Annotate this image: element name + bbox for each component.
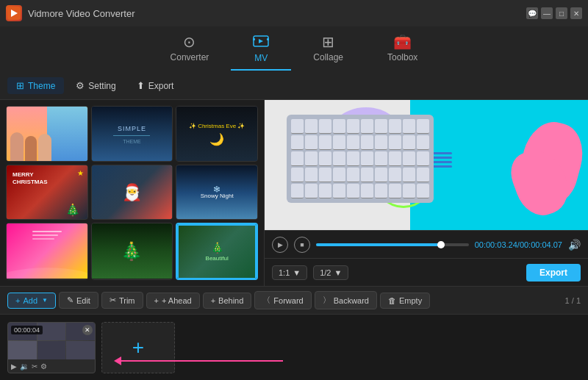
behind-label: Behind bbox=[218, 296, 243, 305]
clip-settings-button[interactable]: ⚙ bbox=[40, 362, 47, 370]
play-button[interactable]: ▶ bbox=[272, 237, 288, 253]
progress-bar[interactable] bbox=[316, 243, 469, 246]
sub-nav-theme[interactable]: ⊞ Theme bbox=[7, 77, 64, 94]
ahead-button[interactable]: + + Ahead bbox=[146, 293, 200, 309]
content-area: Happy SIMPLE THEME Simple bbox=[0, 100, 588, 286]
theme-happy[interactable]: Happy bbox=[6, 106, 88, 162]
theme-stripes-waves-label: Stripes & Waves bbox=[7, 279, 87, 280]
clip-close-button[interactable]: ✕ bbox=[82, 325, 93, 335]
chat-button[interactable]: 💬 bbox=[526, 7, 538, 19]
sub-nav-setting[interactable]: ⚙ Setting bbox=[67, 77, 124, 94]
main-container: ⊞ Theme ⚙ Setting ⬆ Export bbox=[0, 72, 588, 380]
behind-icon: + bbox=[211, 296, 215, 305]
pink-arrow-indicator bbox=[114, 356, 283, 365]
clip-frame-4 bbox=[8, 341, 37, 359]
maximize-button[interactable]: □ bbox=[556, 7, 567, 19]
clip-frame-6 bbox=[66, 341, 95, 359]
sub-nav-area: ⊞ Theme ⚙ Setting ⬆ Export bbox=[0, 72, 588, 100]
trim-label: Trim bbox=[119, 296, 135, 305]
title-bar-left: Vidmore Video Converter bbox=[6, 5, 135, 21]
collage-icon: ⊞ bbox=[322, 35, 334, 49]
title-bar: Vidmore Video Converter 💬 — □ ✕ bbox=[0, 0, 588, 26]
volume-button[interactable]: 🔊 bbox=[568, 239, 581, 251]
theme-grid: Happy SIMPLE THEME Simple bbox=[0, 100, 264, 286]
add-icon: + bbox=[15, 296, 20, 305]
ratio-1-1-select[interactable]: 1:1 ▼ bbox=[272, 265, 307, 280]
video-clip: ✕ 00:00:04 ▶ 🔉 ✂ ⚙ bbox=[7, 322, 96, 373]
preview-keyboard bbox=[287, 115, 434, 203]
clip-play-button[interactable]: ▶ bbox=[11, 362, 17, 370]
toolbox-icon: 🧰 bbox=[393, 35, 412, 49]
tab-collage[interactable]: ⊞ Collage bbox=[291, 29, 365, 70]
forward-button[interactable]: 〈 Forward bbox=[254, 291, 311, 309]
sub-nav-export[interactable]: ⬆ Export bbox=[128, 77, 183, 94]
title-text: Vidmore Video Converter bbox=[28, 8, 135, 19]
arrow-head bbox=[114, 356, 121, 365]
clip-frame-5 bbox=[37, 341, 66, 359]
theme-christmas-tree-label: Christmas Tree bbox=[92, 279, 173, 280]
forward-label: Forward bbox=[273, 296, 303, 305]
clip-time: 00:00:04 bbox=[11, 326, 43, 334]
nav-bar: ⊙ Converter MV ⊞ Collage 🧰 Toolbox bbox=[0, 26, 588, 72]
page-count: 1 / 1 bbox=[565, 296, 581, 305]
left-panel: Happy SIMPLE THEME Simple bbox=[0, 100, 265, 286]
backward-label: Backward bbox=[334, 296, 369, 305]
tab-mv-label: MV bbox=[254, 53, 268, 63]
current-time: 00:00:03.24 bbox=[475, 240, 517, 249]
add-label: Add bbox=[23, 296, 37, 305]
clip-cut-button[interactable]: ✂ bbox=[32, 362, 37, 370]
preview-area bbox=[265, 100, 588, 230]
tab-mv[interactable]: MV bbox=[231, 29, 291, 71]
playback-bar: ▶ ■ 00:00:03.24/00:00:04.07 🔊 bbox=[265, 230, 588, 258]
stop-button[interactable]: ■ bbox=[294, 237, 310, 253]
ratio-1-2-label: 1/2 bbox=[320, 268, 331, 277]
edit-icon: ✎ bbox=[67, 295, 74, 305]
minimize-button[interactable]: — bbox=[541, 7, 553, 19]
ratio-1-2-select[interactable]: 1/2 ▼ bbox=[313, 265, 348, 280]
empty-button[interactable]: 🗑 Empty bbox=[380, 293, 430, 309]
theme-merry-christmas[interactable]: MERRYCHRISTMAS ★ 🎄 Merry Christmas bbox=[6, 165, 88, 221]
window-controls: 💬 — □ ✕ bbox=[526, 7, 582, 19]
tab-collage-label: Collage bbox=[313, 52, 343, 62]
behind-button[interactable]: + Behind bbox=[203, 293, 252, 309]
tab-converter[interactable]: ⊙ Converter bbox=[148, 29, 232, 70]
export-button[interactable]: Export bbox=[526, 264, 581, 282]
arrow-line bbox=[121, 360, 283, 362]
ratio-1-2-chevron: ▼ bbox=[334, 268, 342, 277]
theme-christmas-eve[interactable]: ✨ Christmas Eve ✨ 🌙 Christmas Eve bbox=[176, 106, 258, 162]
theme-beautiful-christmas-label: Beautiful Christmas bbox=[177, 279, 257, 280]
add-clip-button[interactable]: + bbox=[101, 322, 175, 373]
sub-nav-theme-label: Theme bbox=[28, 81, 55, 91]
theme-simple[interactable]: SIMPLE THEME Simple bbox=[91, 106, 173, 162]
close-button[interactable]: ✕ bbox=[570, 7, 582, 19]
tab-toolbox[interactable]: 🧰 Toolbox bbox=[365, 29, 440, 70]
converter-icon: ⊙ bbox=[183, 35, 196, 49]
backward-button[interactable]: 〉 Backward bbox=[315, 291, 377, 309]
tab-converter-label: Converter bbox=[171, 52, 209, 62]
trim-icon: ✂ bbox=[110, 295, 116, 305]
theme-stripes-waves[interactable]: Stripes & Waves bbox=[6, 223, 88, 280]
progress-fill bbox=[316, 243, 441, 246]
backward-icon: 〉 bbox=[323, 295, 331, 306]
toolbar: + Add ▼ ✎ Edit ✂ Trim + + Ahead + Behind… bbox=[0, 286, 588, 314]
total-time: 00:00:04.07 bbox=[520, 240, 562, 249]
sub-nav-export-label: Export bbox=[148, 81, 174, 91]
theme-grid-icon: ⊞ bbox=[16, 80, 24, 91]
add-button[interactable]: + Add ▼ bbox=[7, 293, 56, 309]
edit-button[interactable]: ✎ Edit bbox=[59, 292, 98, 309]
export-upload-icon: ⬆ bbox=[137, 80, 145, 91]
setting-gear-icon: ⚙ bbox=[76, 80, 85, 91]
trim-button[interactable]: ✂ Trim bbox=[101, 292, 143, 309]
theme-christmas-tree[interactable]: 🎄 Christmas Tree bbox=[91, 223, 173, 280]
theme-beautiful-christmas[interactable]: 🎄 Beautiful Beautiful Christmas bbox=[176, 223, 258, 280]
app-logo bbox=[6, 5, 22, 21]
tab-toolbox-label: Toolbox bbox=[387, 52, 417, 62]
clip-volume-button[interactable]: 🔉 bbox=[20, 362, 29, 370]
ratio-1-1-chevron: ▼ bbox=[293, 268, 301, 277]
export-bar: 1:1 ▼ 1/2 ▼ Export bbox=[265, 258, 588, 286]
sub-nav-setting-label: Setting bbox=[88, 81, 115, 91]
theme-santa-claus[interactable]: 🎅 Santa Claus bbox=[91, 165, 173, 221]
add-clip-icon: + bbox=[132, 336, 144, 359]
svg-rect-3 bbox=[253, 38, 255, 40]
theme-snowy-night[interactable]: ❄️Snowy Night Snowy Night bbox=[176, 165, 258, 221]
